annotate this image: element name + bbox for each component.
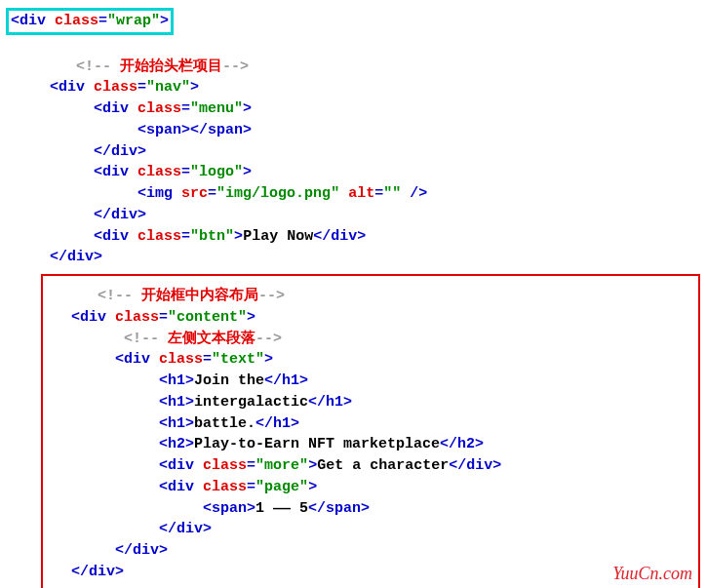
code-line-h1: <h1>battle.</h1> [45,413,692,435]
code-line-page: <div class="page"> [45,477,692,498]
code-line-close-div: </div> [6,247,700,268]
code-line-span: <span></span> [6,120,700,141]
code-line-btn: <div class="btn">Play Now</div> [6,226,700,248]
code-comment-content: <!-- 开始框中内容布局--> [45,286,692,307]
code-line-h2: <h2>Play-to-Earn NFT marketplace</h2> [45,434,692,455]
code-line-img: <img src="img/logo.png" alt="" /> [6,183,700,205]
blank-line [6,35,700,57]
code-line-h1: <h1>Join the</h1> [45,371,692,392]
code-line-text: <div class="text"> [45,349,692,371]
code-comment-text: <!-- 左侧文本段落--> [45,329,692,350]
code-line-menu: <div class="menu"> [6,98,700,120]
code-line-nav: <div class="nav"> [6,77,700,98]
code-line-more: <div class="more">Get a character</div> [45,455,692,477]
code-line-logo: <div class="logo"> [6,162,700,183]
highlighted-content-block: <!-- 开始框中内容布局--> <div class="content"> <… [41,274,700,588]
code-line-content: <div class="content"> [45,307,692,329]
watermark-text: YuuCn.com [612,561,692,586]
code-line-close-div: </div> [6,141,700,163]
code-line-close-div: </div> [45,540,692,562]
code-line-h1: <h1>intergalactic</h1> [45,392,692,413]
code-line-span-page: <span>1 —— 5</span> [45,498,692,520]
code-line-close-div: </div> [45,562,692,583]
code-line-wrap-open: <div class="wrap"> [6,6,700,35]
code-line-close-div: </div> [6,205,700,226]
code-line-close-div: </div> [45,519,692,540]
code-comment-header: <!-- 开始抬头栏项目--> [6,57,700,78]
